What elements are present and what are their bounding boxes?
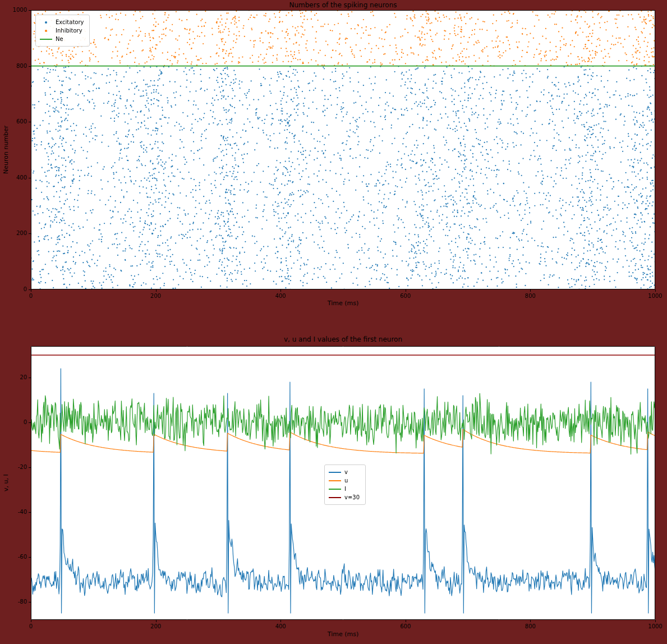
legend-label: I (344, 486, 346, 492)
y-tick-mark (29, 602, 31, 602)
x-tick-mark (31, 289, 31, 292)
x-tick-label: 400 (268, 293, 293, 299)
line-marker-icon (329, 489, 341, 490)
legend-item-inhibitory: Inhibitory (40, 26, 84, 35)
x-tick-label: 0 (19, 623, 43, 629)
dot-marker-icon (40, 21, 52, 24)
y-tick-label: -40 (4, 509, 27, 515)
legend-item-excitatory: Excitatory (40, 18, 84, 26)
x-tick-mark (156, 620, 157, 622)
figure-window: Numbers of the spiking neurons Neuron nu… (0, 0, 667, 644)
legend-label: Ne (56, 36, 63, 42)
y-tick-label: 20 (4, 374, 27, 380)
x-tick-mark (530, 620, 531, 622)
legend-item-u: u (329, 476, 360, 485)
x-tick-mark (530, 289, 531, 292)
legend-item-ne: Ne (40, 35, 84, 43)
y-tick-mark (29, 233, 31, 234)
legend-item-v-30: v=30 (329, 493, 360, 502)
x-tick-label: 1000 (643, 623, 667, 629)
x-tick-mark (655, 289, 656, 292)
x-tick-label: 200 (144, 293, 168, 299)
x-tick-mark (655, 620, 656, 622)
trace-legend: vuIv=30 (324, 464, 366, 505)
y-tick-mark (29, 422, 31, 423)
x-tick-mark (280, 620, 281, 622)
raster-x-axis-label: Time (ms) (31, 300, 655, 307)
x-tick-label: 200 (144, 623, 168, 629)
legend-item-i: I (329, 485, 360, 493)
x-tick-mark (280, 289, 281, 292)
y-tick-mark (29, 122, 31, 122)
y-tick-label: -20 (4, 464, 27, 470)
trace-chart-figure: v, u and I values of the first neuron v,… (0, 332, 667, 644)
trace-y-axis-label: v, u, I (1, 346, 10, 620)
legend-label: v=30 (344, 494, 360, 500)
x-tick-label: 600 (393, 623, 418, 629)
y-tick-label: -60 (4, 554, 27, 560)
raster-legend: ExcitatoryInhibitoryNe (35, 15, 90, 47)
raster-chart-title: Numbers of the spiking neurons (31, 1, 655, 9)
x-tick-label: 1000 (643, 293, 667, 299)
x-tick-label: 400 (268, 623, 293, 629)
y-tick-label: 400 (4, 174, 27, 181)
x-tick-mark (406, 620, 406, 622)
line-marker-icon (329, 472, 341, 473)
y-tick-label: 800 (4, 63, 27, 69)
x-tick-label: 800 (518, 623, 542, 629)
x-tick-label: 800 (518, 293, 542, 299)
dot-marker-icon (40, 30, 52, 32)
x-tick-label: 0 (19, 293, 43, 299)
y-tick-label: 200 (4, 230, 27, 236)
y-tick-mark (29, 467, 31, 468)
raster-y-axis-label: Neuron number (1, 10, 10, 289)
y-tick-label: -80 (4, 599, 27, 605)
line-marker-icon (329, 497, 341, 498)
legend-label: u (344, 477, 348, 484)
legend-label: v (344, 469, 348, 475)
x-tick-mark (406, 289, 406, 292)
x-tick-label: 600 (393, 293, 418, 299)
line-marker-icon (40, 39, 52, 40)
y-tick-label: 0 (4, 286, 27, 292)
x-tick-mark (156, 289, 157, 292)
y-tick-label: 1000 (4, 7, 27, 13)
y-tick-mark (29, 178, 31, 178)
trace-chart-title: v, u and I values of the first neuron (31, 335, 655, 343)
y-tick-label: 600 (4, 118, 27, 125)
line-marker-icon (329, 480, 341, 481)
x-tick-mark (31, 620, 31, 622)
y-tick-mark (29, 66, 31, 67)
legend-label: Inhibitory (56, 27, 82, 34)
raster-plot-area (31, 10, 655, 289)
trace-x-axis-label: Time (ms) (31, 631, 655, 638)
y-tick-label: 0 (4, 419, 27, 425)
y-tick-mark (29, 10, 31, 11)
raster-chart-figure: Numbers of the spiking neurons Neuron nu… (0, 0, 667, 312)
legend-label: Excitatory (56, 19, 84, 25)
legend-item-v: v (329, 468, 360, 476)
y-tick-mark (29, 512, 31, 513)
y-tick-mark (29, 557, 31, 558)
y-tick-mark (29, 289, 31, 290)
y-tick-mark (29, 378, 31, 378)
